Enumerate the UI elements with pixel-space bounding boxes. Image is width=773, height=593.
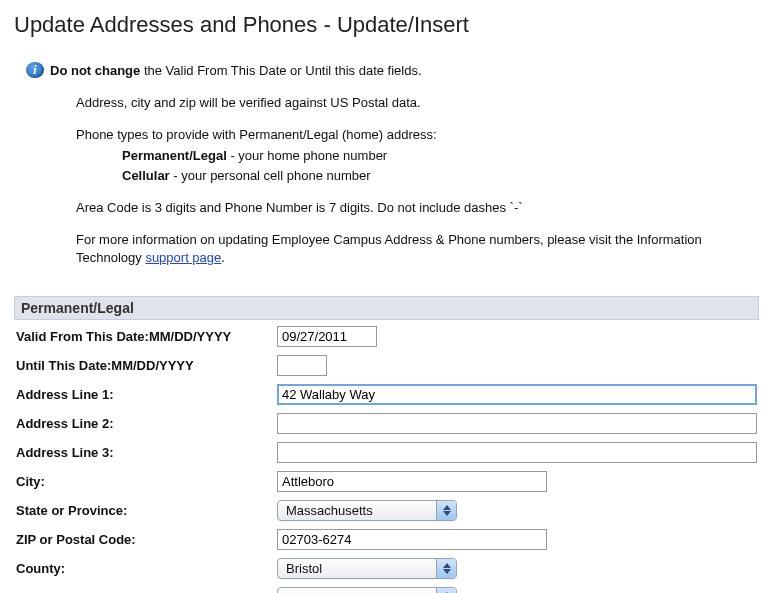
label-valid-from: Valid From This Date:MM/DD/YYYY	[14, 322, 275, 351]
notice-permanent-legal: Permanent/Legal - your home phone number	[122, 147, 759, 165]
county-select[interactable]: Bristol	[277, 558, 457, 579]
nation-select[interactable]: Not Applicable	[277, 587, 457, 594]
address-line-2-input[interactable]	[277, 413, 757, 434]
notice-areacode: Area Code is 3 digits and Phone Number i…	[76, 199, 759, 217]
label-addr1: Address Line 1:	[14, 380, 275, 409]
cell-desc: - your personal cell phone number	[170, 168, 371, 183]
nation-select-value: Not Applicable	[278, 588, 436, 594]
section-header-permanent-legal: Permanent/Legal	[14, 296, 759, 320]
notice-moreinfo: For more information on updating Employe…	[76, 231, 759, 267]
notice-block: i Do not change the Valid From This Date…	[26, 62, 759, 282]
page-title: Update Addresses and Phones - Update/Ins…	[14, 12, 759, 38]
address-line-1-input[interactable]	[277, 384, 757, 405]
label-state: State or Province:	[14, 496, 275, 525]
label-addr2: Address Line 2:	[14, 409, 275, 438]
label-nation: Nation:	[14, 583, 275, 594]
cell-label: Cellular	[122, 168, 170, 183]
label-zip: ZIP or Postal Code:	[14, 525, 275, 554]
county-select-value: Bristol	[278, 559, 436, 578]
zip-input[interactable]	[277, 529, 547, 550]
notice-verify: Address, city and zip will be verified a…	[76, 94, 759, 112]
updown-icon	[436, 501, 456, 520]
label-addr3: Address Line 3:	[14, 438, 275, 467]
moreinfo-post: .	[221, 250, 225, 265]
label-county: County:	[14, 554, 275, 583]
until-input[interactable]	[277, 355, 327, 376]
notice-warning-bold: Do not change	[50, 63, 140, 78]
updown-icon	[436, 559, 456, 578]
state-select-value: Massachusetts	[278, 501, 436, 520]
address-form: Valid From This Date:MM/DD/YYYY Until Th…	[14, 322, 759, 594]
support-page-link[interactable]: support page	[145, 250, 221, 265]
city-input[interactable]	[277, 471, 547, 492]
address-line-3-input[interactable]	[277, 442, 757, 463]
notice-cellular: Cellular - your personal cell phone numb…	[122, 167, 759, 185]
updown-icon	[436, 588, 456, 594]
pl-desc: - your home phone number	[227, 148, 387, 163]
notice-warning-rest: the Valid From This Date or Until this d…	[140, 63, 421, 78]
label-until: Until This Date:MM/DD/YYYY	[14, 351, 275, 380]
notice-phone-intro: Phone types to provide with Permanent/Le…	[76, 126, 759, 144]
info-icon: i	[26, 62, 44, 78]
label-city: City:	[14, 467, 275, 496]
notice-warning: Do not change the Valid From This Date o…	[50, 62, 759, 80]
valid-from-input[interactable]	[277, 326, 377, 347]
pl-label: Permanent/Legal	[122, 148, 227, 163]
state-select[interactable]: Massachusetts	[277, 500, 457, 521]
